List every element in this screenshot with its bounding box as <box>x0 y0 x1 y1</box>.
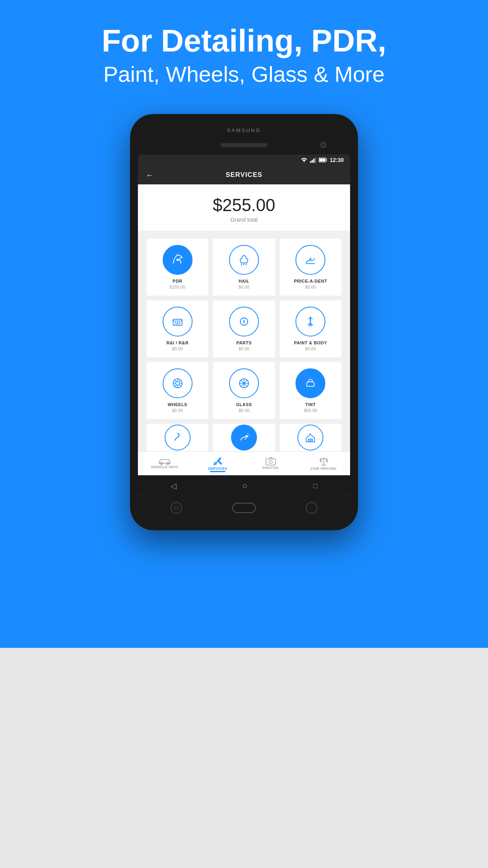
signal-icon <box>310 157 316 163</box>
phone-bottom-left-btn <box>171 502 182 514</box>
phone-notch <box>138 137 350 153</box>
service-icon-hail <box>229 245 259 275</box>
service-item-price-a-dent[interactable]: PRICE-A-DENT $0.00 <box>280 239 341 296</box>
hero-header: For Detailing, PDR, Paint, Wheels, Glass… <box>0 24 488 87</box>
service-price-price-a-dent: $0.00 <box>305 285 316 289</box>
service-name-tint: TINT <box>305 402 316 407</box>
scale-icon <box>318 456 329 467</box>
phone-bottom <box>138 497 350 522</box>
bottom-navigation: VEHICLE INFO SERVICES <box>138 451 350 475</box>
android-navigation: ◁ ○ □ <box>138 475 350 497</box>
svg-rect-5 <box>326 159 327 161</box>
tools-icon <box>212 456 223 467</box>
partial-service-hook[interactable] <box>147 424 208 451</box>
svg-rect-0 <box>310 161 311 163</box>
android-back-btn[interactable]: ◁ <box>171 481 176 491</box>
service-price-tint: $55.00 <box>304 408 317 413</box>
grand-total-section: $255.00 Grand total <box>138 184 350 231</box>
partial-icon-spray <box>231 425 257 451</box>
service-icon-parts <box>229 307 259 337</box>
partial-service-spray[interactable] <box>213 424 275 451</box>
service-icon-ri-rr <box>163 307 193 337</box>
service-price-pdr: $150.00 <box>170 285 185 289</box>
camera-icon <box>265 456 276 466</box>
nav-com-pricing[interactable]: COM PRICING <box>297 456 350 472</box>
svg-line-25 <box>179 380 181 382</box>
service-price-glass: $0.00 <box>238 408 250 413</box>
svg-point-45 <box>269 460 272 463</box>
nav-label-services: SERVICES <box>208 467 227 471</box>
phone-camera <box>320 142 327 148</box>
partial-icon-garage <box>297 425 323 451</box>
service-icon-price-a-dent <box>295 245 325 275</box>
partial-icon-hook <box>165 425 191 451</box>
svg-rect-3 <box>315 158 316 163</box>
service-icon-paint-body <box>295 307 325 337</box>
svg-line-24 <box>179 384 181 386</box>
svg-rect-2 <box>313 159 314 163</box>
services-grid: PDR $150.00 HAIL <box>138 231 350 424</box>
service-name-hail: HAIL <box>238 279 250 283</box>
svg-line-9 <box>244 264 244 265</box>
svg-line-10 <box>246 264 246 265</box>
service-name-ri-rr: R&I / R&R <box>166 340 188 345</box>
nav-label-com-pricing: COM PRICING <box>310 467 337 471</box>
service-price-wheels: $0.00 <box>172 408 183 413</box>
service-item-paint-body[interactable]: PAINT & BODY $0.00 <box>280 300 341 357</box>
svg-rect-6 <box>319 159 325 162</box>
service-name-wheels: WHEELS <box>168 402 187 407</box>
service-item-ri-rr[interactable]: R&I / R&R $0.00 <box>147 300 208 357</box>
nav-photos[interactable]: PHOTOS <box>244 456 297 471</box>
service-icon-wheels <box>163 368 193 398</box>
service-item-parts[interactable]: PARTS $0.00 <box>213 300 275 357</box>
service-name-glass: GLASS <box>236 402 252 407</box>
back-button[interactable]: ← <box>146 171 154 180</box>
service-item-tint[interactable]: TINT $55.00 <box>280 362 341 419</box>
service-price-parts: $0.00 <box>238 346 250 351</box>
partial-service-garage[interactable] <box>280 424 341 451</box>
service-icon-pdr <box>163 245 193 275</box>
service-item-wheels[interactable]: WHEELS $0.00 <box>147 362 208 419</box>
svg-line-36 <box>248 437 248 438</box>
svg-line-26 <box>174 384 176 386</box>
app-content: $255.00 Grand total <box>138 184 350 497</box>
grand-total-label: Grand total <box>146 217 342 223</box>
service-item-pdr[interactable]: PDR $150.00 <box>147 239 208 296</box>
phone-speaker <box>220 143 268 147</box>
samsung-brand: SAMSUNG <box>138 125 350 137</box>
service-price-paint-body: $0.00 <box>305 346 316 351</box>
battery-icon <box>319 158 327 162</box>
service-name-paint-body: PAINT & BODY <box>294 340 327 345</box>
phone-bottom-right-btn <box>306 502 317 514</box>
nav-vehicle-info[interactable]: VEHICLE INFO <box>138 457 191 471</box>
service-icon-tint <box>295 368 325 398</box>
nav-label-vehicle-info: VEHICLE INFO <box>151 465 178 469</box>
wifi-icon <box>301 157 308 163</box>
service-price-ri-rr: $0.00 <box>172 346 183 351</box>
status-bar: 12:30 <box>138 154 350 166</box>
svg-point-7 <box>176 259 179 261</box>
svg-line-23 <box>174 380 176 382</box>
phone-mockup: SAMSUNG <box>130 114 358 530</box>
service-item-glass[interactable]: GLASS $0.00 <box>213 362 275 419</box>
grand-total-amount: $255.00 <box>146 195 342 215</box>
service-item-hail[interactable]: HAIL $0.00 <box>213 239 275 296</box>
service-name-parts: PARTS <box>237 340 252 345</box>
svg-rect-44 <box>266 459 275 465</box>
status-icons: 12:30 <box>301 157 344 163</box>
status-time: 12:30 <box>330 157 344 163</box>
service-name-pdr: PDR <box>172 279 182 283</box>
service-price-hail: $0.00 <box>238 285 250 289</box>
svg-rect-1 <box>312 160 313 163</box>
android-recents-btn[interactable]: □ <box>313 482 317 490</box>
android-home-btn[interactable]: ○ <box>242 481 247 491</box>
svg-line-34 <box>248 433 248 434</box>
svg-line-8 <box>241 264 242 265</box>
svg-point-14 <box>240 318 248 326</box>
svg-point-32 <box>243 382 245 384</box>
nav-label-photos: PHOTOS <box>262 466 279 470</box>
app-header: ← SERVICES <box>138 166 350 184</box>
nav-services[interactable]: SERVICES <box>191 456 244 472</box>
phone-home-button[interactable] <box>232 503 256 513</box>
active-indicator <box>210 471 226 472</box>
